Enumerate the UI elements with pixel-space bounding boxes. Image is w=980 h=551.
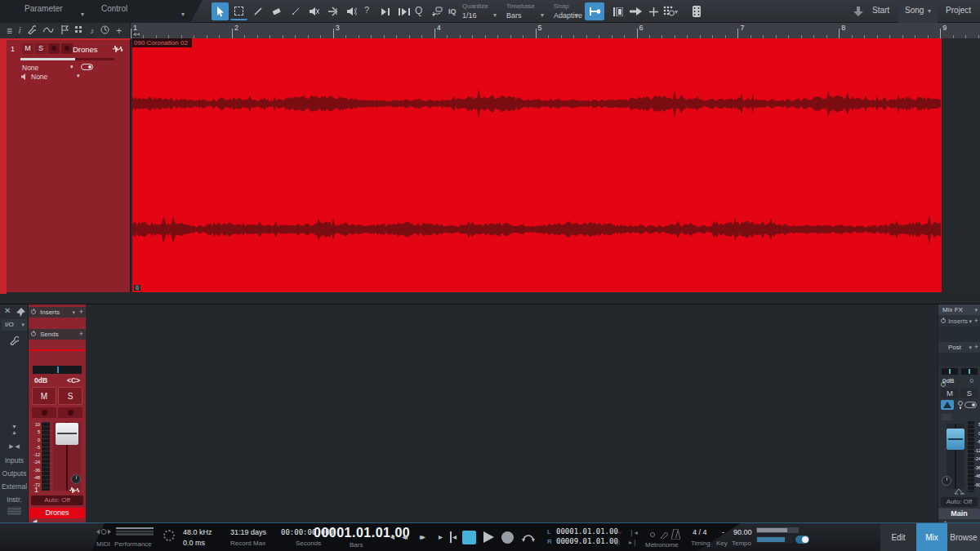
main-gain-value[interactable]: 0dB [942, 377, 954, 384]
main-knob[interactable] [942, 476, 951, 486]
main-inserts-caret-icon[interactable]: ▾ [969, 316, 972, 327]
main-solo-button[interactable]: S [960, 388, 978, 398]
help-button[interactable]: ? [364, 5, 369, 15]
channel-gain-value[interactable]: 0dB [34, 376, 47, 384]
fast-forward-button[interactable]: ▸▸ [420, 531, 423, 543]
loop-button[interactable] [519, 530, 537, 544]
power-icon[interactable] [31, 309, 36, 314]
sends-header[interactable]: Sends + [29, 329, 86, 340]
track-name[interactable]: Drones [73, 45, 98, 54]
channel-list-icon[interactable] [7, 507, 21, 515]
quantize-caret-icon[interactable]: ▾ [493, 11, 497, 19]
monitor-toggle[interactable] [795, 535, 809, 544]
inspector-icon[interactable]: i [19, 27, 20, 35]
add-track-icon[interactable]: + [116, 26, 122, 36]
capture-button[interactable] [849, 2, 866, 20]
main-bypass-toggle[interactable] [964, 402, 977, 408]
close-icon[interactable]: ✕ [4, 306, 11, 315]
loop-right-value[interactable]: 00009.01.01.00 [556, 537, 618, 545]
metronome-wrench-icon[interactable] [660, 531, 668, 539]
main-automation-button[interactable]: Auto: Off [941, 497, 978, 507]
punch-out-icon[interactable]: ▸❘ [629, 540, 638, 546]
pin-icon[interactable] [16, 308, 25, 317]
power-icon[interactable] [31, 331, 36, 336]
nudge-forward-button[interactable]: ▸ [439, 531, 443, 543]
main-pan-right[interactable] [961, 368, 978, 375]
time-signature-value[interactable]: 4 / 4 [693, 528, 707, 536]
loop-left-value[interactable]: 00001.01.01.00 [556, 527, 618, 535]
pan-slider[interactable] [33, 366, 82, 374]
arrangement[interactable]: 090 Coronation 02 0 [131, 38, 980, 292]
mixfx-caret-icon[interactable]: ▾ [974, 304, 978, 315]
track-input-select[interactable]: None [22, 64, 38, 72]
rewind-button[interactable]: ◂◂ [402, 531, 405, 543]
channel-automation-button[interactable]: Auto: Off [31, 495, 83, 505]
grid-caret-icon[interactable]: ▾ [675, 8, 678, 16]
power-icon[interactable] [941, 318, 946, 323]
main-fader[interactable] [947, 429, 964, 450]
input-caret-icon[interactable]: ▾ [70, 64, 74, 70]
options-gear-icon[interactable]: ◎ [614, 540, 620, 546]
record-button[interactable] [501, 531, 514, 544]
main-mute-button[interactable]: M [941, 388, 959, 398]
banner-collapse-icon[interactable]: ▼▲ [0, 424, 29, 435]
channel-pan-value[interactable]: <C> [67, 376, 80, 384]
wrench-icon[interactable] [9, 335, 19, 345]
page-song-button[interactable]: Song [905, 6, 924, 15]
channel-mute-button[interactable]: M [32, 387, 56, 405]
metronome-icon[interactable] [671, 529, 680, 540]
nudge-back-button[interactable]: ◂ [390, 531, 394, 543]
play-selection-button[interactable] [395, 2, 412, 20]
timebase-select[interactable]: Bars [506, 11, 522, 20]
channel-name-label[interactable]: Drones [29, 508, 85, 518]
performance-label[interactable]: Performance [114, 540, 152, 548]
narrow-channels-icon[interactable]: ▶ ◀ [0, 443, 29, 449]
channel-knob[interactable] [71, 474, 81, 484]
bend-tool[interactable] [324, 2, 341, 20]
timeline-ruler[interactable]: 4/4 123456789 [131, 23, 980, 38]
event-fx-icon[interactable]: ♪ [90, 27, 94, 35]
page-browse-button[interactable]: Browse [947, 523, 980, 551]
punch-in-icon[interactable]: ❘◂ [629, 530, 638, 536]
paint-tool[interactable] [287, 2, 304, 20]
track-list-icon[interactable]: ≡ [7, 26, 12, 36]
output-caret-icon[interactable]: ▾ [77, 73, 80, 79]
channel-solo-button[interactable]: S [58, 387, 82, 405]
mono-button[interactable] [941, 400, 954, 410]
eraser-tool[interactable] [268, 2, 285, 20]
channel-fader[interactable] [56, 423, 78, 445]
macro-controls-button[interactable] [428, 2, 445, 20]
range-tool[interactable] [230, 2, 247, 20]
track-monitor-button[interactable] [61, 43, 73, 54]
main-name-label[interactable]: Main [938, 509, 980, 519]
listen-tool[interactable] [343, 2, 360, 20]
stop-button[interactable] [462, 531, 476, 544]
split-tool[interactable] [249, 2, 266, 20]
track-output-select[interactable]: None [31, 73, 47, 81]
channel-monitor-button[interactable] [58, 407, 82, 418]
automation-icon[interactable] [42, 26, 54, 36]
grid-icon[interactable] [75, 26, 83, 36]
mute-tool[interactable] [305, 2, 323, 20]
page-mix-button[interactable]: Mix [916, 523, 947, 551]
main-small-button[interactable] [942, 414, 951, 420]
balance-icon[interactable] [955, 488, 964, 495]
magnifier-icon[interactable]: Q [415, 5, 422, 16]
tempo-icon[interactable] [100, 25, 109, 36]
metronome-label[interactable]: Metronome [645, 541, 678, 549]
follow-button[interactable] [627, 2, 644, 20]
quantize-select[interactable]: 1/16 [462, 11, 477, 20]
track-record-button[interactable] [48, 43, 60, 54]
page-start-button[interactable]: Start [872, 6, 889, 15]
precount-icon[interactable]: ⌐~ [614, 530, 621, 536]
arrow-tool[interactable] [212, 2, 229, 20]
tempo-value[interactable]: 90.00 [733, 528, 752, 536]
metronome-dot-icon[interactable] [650, 532, 655, 537]
track-solo-button[interactable]: S [35, 43, 47, 54]
page-edit-button[interactable]: Edit [880, 523, 916, 551]
parameter-menu[interactable]: Parameter [24, 4, 63, 13]
monitor-toggle[interactable] [81, 64, 93, 70]
add-main-insert-icon[interactable]: + [974, 316, 978, 327]
track-volume-slider[interactable] [20, 58, 114, 60]
control-menu[interactable]: Control [101, 4, 127, 13]
